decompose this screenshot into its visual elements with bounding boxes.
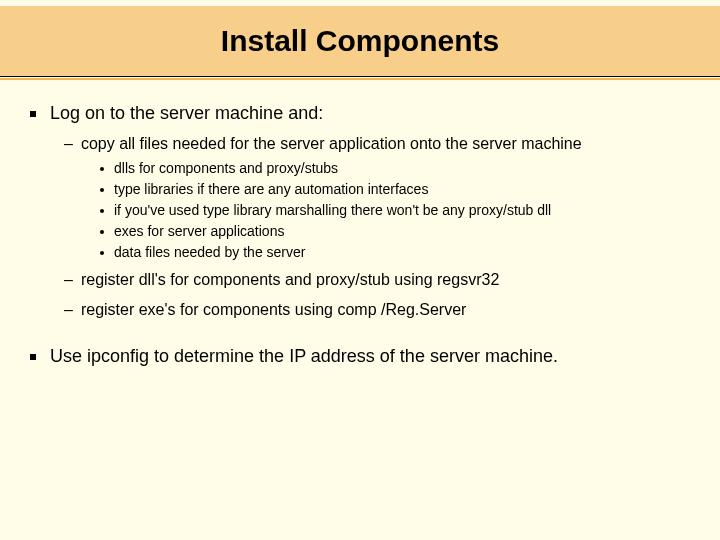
bullet-text: exes for server applications	[114, 222, 284, 241]
bullet-level1: Log on to the server machine and:	[30, 102, 686, 125]
bullet-text: register dll's for components and proxy/…	[81, 269, 499, 291]
title-band: Install Components	[0, 6, 720, 76]
bullet-text: dlls for components and proxy/stubs	[114, 159, 338, 178]
bullet-level1: Use ipconfig to determine the IP address…	[30, 345, 686, 368]
bullet-text: Use ipconfig to determine the IP address…	[50, 345, 558, 368]
bullet-level3: data files needed by the server	[100, 243, 686, 262]
bullet-text: register exe's for components using comp…	[81, 299, 466, 321]
bullet-level3: exes for server applications	[100, 222, 686, 241]
dot-bullet-icon	[100, 251, 104, 255]
bullet-level2: – copy all files needed for the server a…	[64, 133, 686, 155]
title-separator	[0, 76, 720, 80]
bullet-text: Log on to the server machine and:	[50, 102, 323, 125]
bullet-level2: – register exe's for components using co…	[64, 299, 686, 321]
bullet-level3: if you've used type library marshalling …	[100, 201, 686, 220]
square-bullet-icon	[30, 354, 36, 360]
slide-title: Install Components	[221, 24, 499, 58]
bullet-text: copy all files needed for the server app…	[81, 133, 582, 155]
slide: Install Components Log on to the server …	[0, 6, 720, 540]
square-bullet-icon	[30, 111, 36, 117]
dot-bullet-icon	[100, 167, 104, 171]
dash-bullet-icon: –	[64, 269, 73, 291]
bullet-level3: type libraries if there are any automati…	[100, 180, 686, 199]
dash-bullet-icon: –	[64, 133, 73, 155]
bullet-text: if you've used type library marshalling …	[114, 201, 551, 220]
bullet-text: data files needed by the server	[114, 243, 305, 262]
dot-bullet-icon	[100, 230, 104, 234]
bullet-level3: dlls for components and proxy/stubs	[100, 159, 686, 178]
dash-bullet-icon: –	[64, 299, 73, 321]
dot-bullet-icon	[100, 188, 104, 192]
slide-body: Log on to the server machine and: – copy…	[0, 80, 720, 368]
bullet-level2: – register dll's for components and prox…	[64, 269, 686, 291]
bullet-text: type libraries if there are any automati…	[114, 180, 428, 199]
dot-bullet-icon	[100, 209, 104, 213]
